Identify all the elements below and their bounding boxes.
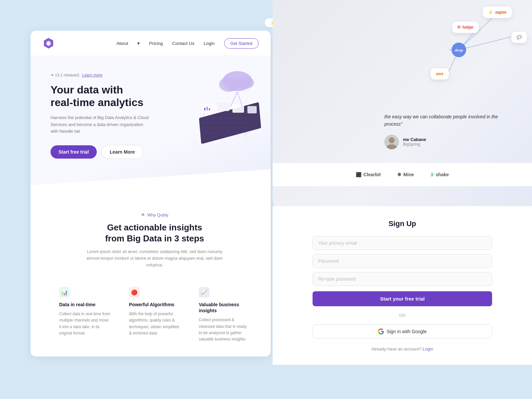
author-company: BigSpring [403,142,426,147]
learn-more-link[interactable]: Learn more [82,73,102,77]
logo-mine: ❋ Mine [397,172,414,177]
learn-more-button[interactable]: Learn More [101,145,143,159]
repassword-input[interactable] [313,272,492,286]
zapier-icon: ⚡ [488,10,493,15]
aws-icon: aws [436,71,444,76]
testimonial-author: me Cabane BigSpring [384,135,513,149]
clearbit-icon: ⬛ [356,172,361,177]
hero-subtitle: Harness the potential of Big Data Analyt… [51,114,150,135]
mine-icon: ❋ [397,172,401,177]
svg-line-29 [459,37,512,50]
feature-icon-realtime: 📊 [59,287,70,298]
svg-rect-23 [209,108,210,110]
nav-about[interactable]: About [116,41,128,46]
feature-card-3: 📈 Valuable business insights Collect pro… [194,282,255,348]
already-have-account: Already have an account? Login [313,346,492,351]
get-started-button[interactable]: Get Started [224,38,259,49]
login-link[interactable]: Login [423,346,433,351]
messenger-icon: 💬 [517,35,522,40]
svg-point-5 [237,77,254,89]
integration-nodes: drop ⚡ zapier H hotjar 💬 aws [399,3,525,96]
hero-illustration [181,63,271,156]
signup-title: Sign Up [313,219,492,228]
logo[interactable] [43,37,55,49]
int-node-hotjar: H hotjar [452,22,479,33]
hero-title: Your data with real-time analytics [51,83,157,109]
start-free-trial-signup-button[interactable]: Start your free trial [313,291,492,306]
main-content-card: About ▾ Pricing Contact Us Login Get Sta… [31,31,271,356]
footer-snowflake: ❄ [51,348,259,356]
google-icon [378,329,384,334]
feature-desc-2: With the help of powerful algorithms, qu… [129,311,180,336]
password-input[interactable] [313,254,492,268]
logo-clearbit: ⬛ Clearbit [356,172,381,177]
logos-bar: ⬛ Clearbit ❋ Mine S shake [273,163,532,186]
hotjar-icon: H [458,25,461,30]
svg-point-35 [389,137,395,143]
signup-form: Start your free trial OR Sign in with Go… [313,236,492,351]
version-text: ✦ v3.1 released. [51,73,80,77]
testimonial-text: the easy way we can collaborate people i… [384,113,513,128]
navbar: About ▾ Pricing Contact Us Login Get Sta… [31,31,271,56]
feature-title-2: Powerful Algorithms [129,302,180,308]
svg-point-4 [219,77,239,92]
feature-icon-insights: 📈 [199,287,209,298]
author-name: me Cabane [403,137,426,142]
google-signin-button[interactable]: Sign in with Google [313,325,492,338]
eye-icon: 👁 [141,212,145,217]
feature-desc-1: Collect data in real-time from multiple … [59,311,110,336]
start-free-trial-button[interactable]: Start free trial [51,145,97,159]
section-title: Get actionable insights from Big Data in… [51,222,259,244]
feature-card-1: 📊 Data in real-time Collect data in real… [54,282,116,348]
int-node-aws: aws [431,68,449,79]
author-info: me Cabane BigSpring [403,137,426,147]
logo-shake: S shake [431,172,449,177]
feature-title-1: Data in real-time [59,302,110,308]
author-avatar [384,135,399,149]
nav-links: About ▾ Pricing Contact Us Login Get Sta… [116,38,259,49]
nav-pricing[interactable]: Pricing [149,41,163,46]
int-node-messenger: 💬 [511,32,527,43]
int-node-zapier: ⚡ zapier [483,7,512,18]
hero-section: ✦ v3.1 released. Learn more Your data wi… [31,56,271,196]
why-badge: 👁 Why Qubly [51,212,259,217]
diagonal-separator [31,169,271,196]
feature-icon-algorithms: 🔴 [129,287,140,298]
feature-card-2: 🔴 Powerful Algorithms With the help of p… [124,282,186,348]
email-input[interactable] [313,236,492,250]
testimonial-panel: the easy way we can collaborate people i… [372,103,525,159]
shake-icon: S [431,172,434,177]
svg-text:drop: drop [455,48,463,52]
svg-rect-20 [247,106,257,113]
svg-rect-21 [204,108,205,110]
nav-contact[interactable]: Contact Us [172,41,195,46]
connector-lines-svg: drop [392,3,525,103]
svg-rect-22 [206,107,208,110]
feature-desc-3: Collect processed & cleansed data that i… [199,317,250,342]
feature-title-3: Valuable business insights [199,302,250,314]
nav-login[interactable]: Login [203,41,214,46]
svg-line-24 [231,92,237,106]
why-section: 👁 Why Qubly Get actionable insights from… [31,196,271,356]
svg-rect-18 [217,103,229,111]
features-row: 📊 Data in real-time Collect data in real… [51,282,259,348]
about-chevron-icon: ▾ [137,41,140,46]
section-subtitle: Lorem ipsum dolor sit amet, consetetur s… [85,248,224,268]
or-divider: OR [313,313,492,318]
signup-panel: Sign Up Start your free trial OR Sign in… [273,206,532,365]
